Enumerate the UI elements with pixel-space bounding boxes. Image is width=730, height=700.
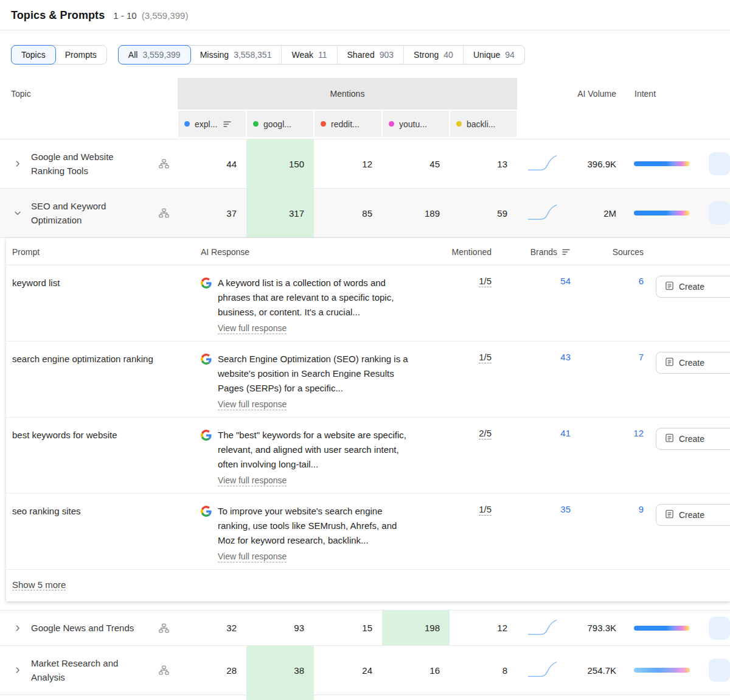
mentioned-ratio[interactable]: 1/5	[479, 352, 492, 363]
topic-cell[interactable]: SEO and Keyword Optimization	[0, 189, 178, 237]
mention-count-cell[interactable]: 12	[314, 139, 382, 188]
topic-cell[interactable]: Google News and Trends	[0, 611, 178, 645]
mention-count-cell[interactable]: 38	[246, 646, 314, 695]
brands-count[interactable]: 41	[493, 418, 572, 445]
mention-count-cell[interactable]: 16	[382, 646, 450, 695]
topic-cell[interactable]: Google and Website Ranking Tools	[0, 139, 178, 188]
brands-count[interactable]: 43	[493, 341, 572, 369]
table-row: Google and Website Ranking Tools 44 150 …	[0, 139, 730, 189]
create-button[interactable]: Create	[656, 504, 730, 526]
sources-count[interactable]: 9	[572, 494, 645, 521]
sitemap-icon[interactable]	[159, 623, 169, 633]
column-header-mentions: Mentions	[178, 78, 517, 110]
row-actions-cell	[707, 646, 730, 695]
sources-count[interactable]: 12	[572, 418, 645, 445]
brands-count[interactable]: 35	[493, 494, 572, 521]
mention-count-cell[interactable]: 28	[178, 646, 246, 695]
row-action-button[interactable]	[709, 201, 730, 225]
filter-strong[interactable]: Strong 40	[403, 46, 463, 64]
filter-unique[interactable]: Unique 94	[463, 46, 524, 64]
mention-count-cell[interactable]: 32	[178, 611, 246, 645]
trend-sparkline[interactable]	[517, 611, 569, 645]
trend-sparkline[interactable]	[517, 189, 569, 237]
filter-weak[interactable]: Weak 11	[281, 46, 336, 64]
sitemap-icon[interactable]	[159, 665, 169, 675]
chevron-right-icon[interactable]	[13, 159, 22, 168]
mentioned-ratio[interactable]: 1/5	[479, 504, 492, 516]
chevron-right-icon[interactable]	[13, 624, 22, 632]
sources-count[interactable]: 7	[572, 341, 645, 369]
column-header-ai-response: AI Response	[201, 238, 432, 265]
table-header: Topic Mentions AI Volume Intent	[0, 78, 730, 110]
create-button-label: Create	[679, 510, 704, 520]
view-full-response-link[interactable]: View full response	[218, 475, 287, 486]
google-icon	[201, 278, 212, 334]
google-icon	[201, 506, 212, 562]
brands-count[interactable]: 54	[493, 265, 572, 293]
filter-count: 40	[443, 50, 453, 60]
mention-count-cell[interactable]: 150	[246, 139, 314, 188]
chevron-right-icon[interactable]	[13, 666, 22, 674]
prompt-row: best keywords for website The "best" key…	[6, 418, 730, 494]
mention-count-cell[interactable]: 85	[314, 189, 382, 237]
sitemap-icon[interactable]	[159, 208, 169, 218]
create-cell: Create	[645, 418, 730, 457]
mention-count-cell[interactable]: 45	[382, 139, 450, 188]
mentioned-ratio[interactable]: 1/5	[479, 276, 492, 287]
source-dot	[389, 121, 394, 127]
row-actions-cell	[707, 139, 730, 188]
row-action-button[interactable]	[709, 659, 730, 682]
mentioned-ratio[interactable]: 2/5	[479, 428, 492, 439]
view-full-response-link[interactable]: View full response	[218, 399, 287, 410]
tab-topics[interactable]: Topics	[11, 45, 56, 65]
results-range: 1 - 10	[113, 10, 136, 21]
mentioned-cell: 1/5	[432, 494, 493, 522]
mention-count-cell[interactable]: 13	[450, 139, 517, 188]
column-header-brands[interactable]: Brands	[493, 238, 572, 265]
mention-count-cell[interactable]: 198	[382, 611, 450, 645]
intent-bar	[634, 668, 690, 673]
filter-all[interactable]: All 3,559,399	[118, 45, 191, 65]
mention-count-cell[interactable]: 24	[314, 646, 382, 695]
row-action-button[interactable]	[709, 617, 730, 640]
view-full-response-link[interactable]: View full response	[218, 323, 287, 334]
mention-column-google[interactable]: googl...	[247, 111, 313, 137]
create-button-label: Create	[679, 358, 704, 368]
mention-column-backlinko[interactable]: backli...	[450, 111, 516, 137]
topics-table: Topic Mentions AI Volume Intent expl... …	[0, 78, 730, 700]
tab-prompts[interactable]: Prompts	[55, 46, 106, 64]
mentioned-cell: 1/5	[432, 265, 493, 293]
mention-column-youtube[interactable]: youtu...	[383, 111, 449, 137]
create-button[interactable]: Create	[656, 428, 730, 450]
mention-count-cell[interactable]: 93	[246, 611, 314, 645]
create-button[interactable]: Create	[656, 352, 730, 374]
mention-count-cell[interactable]: 15	[314, 611, 382, 645]
trend-sparkline[interactable]	[517, 646, 569, 695]
mention-count-cell[interactable]: 317	[246, 189, 314, 237]
mention-count-cell[interactable]: 59	[450, 189, 517, 237]
mention-column-explorer[interactable]: expl...	[178, 111, 246, 137]
show-more-link[interactable]: Show 5 more	[12, 579, 66, 590]
column-header-sources: Sources	[572, 238, 645, 265]
mention-count-cell[interactable]: 8	[450, 646, 517, 695]
filter-missing[interactable]: Missing 3,558,351	[190, 46, 282, 64]
mention-strength-filters: All 3,559,399 Missing 3,558,351 Weak 11 …	[118, 45, 525, 65]
view-full-response-link[interactable]: View full response	[218, 551, 287, 562]
mention-count-cell[interactable]: 12	[450, 611, 517, 645]
mention-count-cell[interactable]: 37	[178, 189, 246, 237]
source-dot	[184, 121, 190, 127]
create-button[interactable]: Create	[656, 276, 730, 298]
mention-count-cell[interactable]: 189	[382, 189, 450, 237]
filter-label: Unique	[473, 50, 500, 60]
chevron-down-icon[interactable]	[13, 209, 22, 217]
row-action-button[interactable]	[709, 152, 730, 175]
mention-column-reddit[interactable]: reddit...	[315, 111, 381, 137]
source-dot	[321, 121, 326, 127]
filter-shared[interactable]: Shared 903	[337, 46, 404, 64]
trend-sparkline[interactable]	[517, 139, 569, 188]
topic-name: SEO and Keyword Optimization	[31, 199, 144, 227]
topic-cell[interactable]: Market Research and Analysis	[0, 646, 178, 695]
sitemap-icon[interactable]	[159, 159, 169, 169]
sources-count[interactable]: 6	[572, 265, 645, 293]
mention-count-cell[interactable]: 44	[178, 139, 246, 188]
